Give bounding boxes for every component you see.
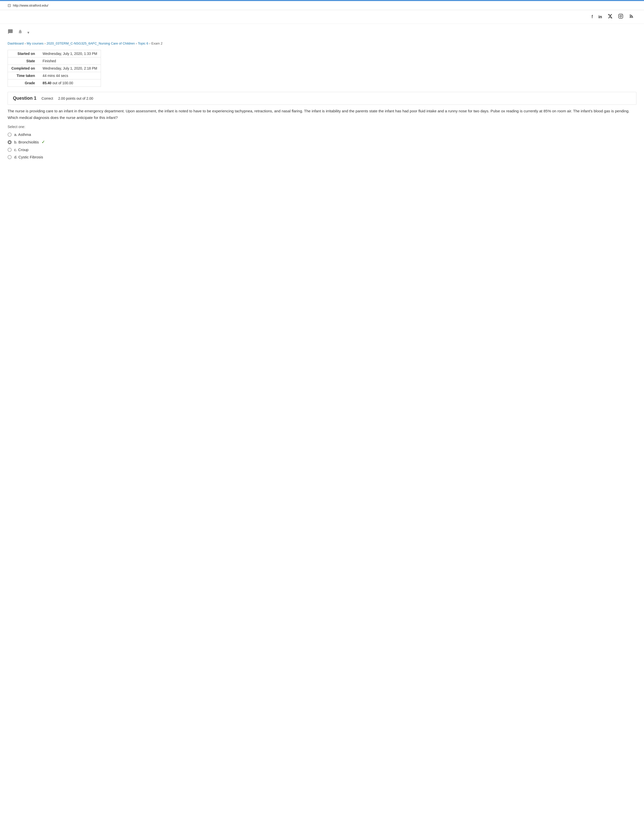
time-taken-value: 44 mins 44 secs <box>39 72 101 79</box>
answer-option-a[interactable]: a. Asthma <box>8 131 636 138</box>
breadcrumb-dashboard[interactable]: Dashboard <box>8 42 24 45</box>
question-card: Question 1 Correct 2.00 points out of 2.… <box>8 92 636 105</box>
breadcrumb-sep-1: › <box>25 42 26 45</box>
twitter-icon[interactable] <box>608 14 613 20</box>
grade-bold: 85.40 <box>42 81 52 85</box>
linkedin-icon[interactable]: in <box>599 15 602 19</box>
nav-area: ▾ <box>0 24 644 39</box>
answer-text-d: d. Cystic Fibrosis <box>14 155 43 159</box>
breadcrumb-exam2: Exam 2 <box>151 42 162 45</box>
social-bar: f in <box>0 10 644 24</box>
svg-point-2 <box>622 15 622 15</box>
answer-text-c: c. Croup <box>14 147 29 152</box>
started-on-value: Wednesday, July 1, 2020, 1:33 PM <box>39 50 101 57</box>
breadcrumb-sep-4: › <box>149 42 150 45</box>
completed-on-label: Completed on <box>8 65 39 72</box>
question-body: The nurse is providing care to an infant… <box>8 108 636 121</box>
radio-c[interactable] <box>8 148 11 152</box>
select-one-label: Select one: <box>8 125 636 129</box>
dropdown-icon[interactable]: ▾ <box>27 30 29 35</box>
radio-a[interactable] <box>8 133 11 137</box>
logo-icon: ⊡ <box>8 3 11 8</box>
exam-info-table: Started on Wednesday, July 1, 2020, 1:33… <box>8 50 101 87</box>
rss-icon[interactable] <box>629 14 634 20</box>
instagram-icon[interactable] <box>618 14 623 20</box>
facebook-icon[interactable]: f <box>592 14 593 19</box>
completed-on-value: Wednesday, July 1, 2020, 2:18 PM <box>39 65 101 72</box>
svg-rect-0 <box>619 14 623 18</box>
question-status: Correct <box>42 96 53 100</box>
answer-text-b: b. Bronchiolitis <box>14 140 39 144</box>
breadcrumb-mycourses[interactable]: My courses <box>27 42 44 45</box>
answer-option-b[interactable]: b. Bronchiolitis ✓ <box>8 138 636 146</box>
question-points: 2.00 points out of 2.00 <box>58 96 94 100</box>
grade-suffix: out of 100.00 <box>52 81 73 85</box>
grade-label: Grade <box>8 79 39 87</box>
time-taken-label: Time taken <box>8 72 39 79</box>
answer-option-c[interactable]: c. Croup <box>8 146 636 154</box>
site-url: http://www.stratford.edu/ <box>13 3 48 7</box>
bell-icon[interactable] <box>18 29 23 36</box>
state-label: State <box>8 57 39 65</box>
answer-text-a: a. Asthma <box>14 133 31 137</box>
question-title: Question 1 <box>13 95 36 101</box>
breadcrumb-course[interactable]: 2020_03TERM_C-NSG325_6AFC_Nursing Care o… <box>47 42 135 45</box>
message-icon[interactable] <box>8 29 13 36</box>
top-bar: ⊡ http://www.stratford.edu/ <box>0 0 644 10</box>
started-on-label: Started on <box>8 50 39 57</box>
breadcrumb-sep-2: › <box>45 42 45 45</box>
correct-checkmark: ✓ <box>42 140 45 144</box>
answer-options: a. Asthma b. Bronchiolitis ✓ c. Croup d.… <box>8 131 636 161</box>
radio-d[interactable] <box>8 155 11 159</box>
svg-point-1 <box>620 15 622 17</box>
state-value: Finished <box>39 57 101 65</box>
answer-option-d[interactable]: d. Cystic Fibrosis <box>8 154 636 161</box>
breadcrumb: Dashboard › My courses › 2020_03TERM_C-N… <box>0 39 644 47</box>
radio-b[interactable] <box>8 140 11 144</box>
breadcrumb-sep-3: › <box>136 42 137 45</box>
breadcrumb-topic6[interactable]: Topic 6 <box>138 42 148 45</box>
grade-value: 85.40 out of 100.00 <box>39 79 101 87</box>
